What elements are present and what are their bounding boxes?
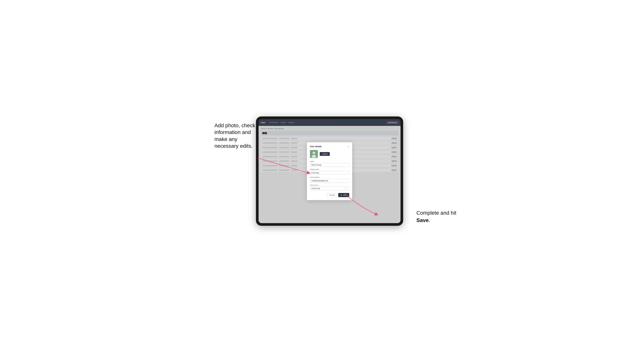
upload-photo-button[interactable]: Upload [320, 152, 330, 156]
school-year-dropdown-icon[interactable]: ⌃ [347, 187, 348, 189]
user-details-modal: User details × Uploa [307, 142, 352, 200]
save-icon [340, 194, 342, 196]
modal-header: User details × [310, 145, 349, 148]
name-input[interactable] [310, 163, 349, 167]
modal-overlay: User details × Uploa [258, 119, 400, 223]
school-year-label: School Year [310, 184, 349, 186]
school-year-input[interactable] [310, 186, 349, 190]
scene: Add photo, check information and make an… [218, 107, 426, 239]
modal-close-button[interactable]: × [348, 145, 349, 148]
photo-section: Upload [310, 150, 349, 158]
display-name-input[interactable] [310, 171, 349, 175]
tablet-screen: clipd Connections Library Settings Add M… [258, 119, 400, 223]
svg-point-3 [312, 152, 315, 154]
save-button[interactable]: Save [338, 193, 349, 197]
school-year-wrapper: × ⌃ [310, 186, 349, 190]
display-name-label: Display name [310, 169, 349, 170]
photo-preview-icon [310, 150, 318, 158]
display-name-field-group: Display name [310, 169, 349, 175]
school-year-controls: × ⌃ [345, 187, 348, 189]
name-field-group: Name [310, 161, 349, 167]
school-year-clear-icon[interactable]: × [345, 187, 346, 189]
annotation-left: Add photo, check information and make an… [214, 122, 256, 150]
email-label: Email address [310, 176, 349, 178]
email-field-group: Email address [310, 176, 349, 183]
tablet-frame: clipd Connections Library Settings Add M… [256, 117, 403, 226]
modal-footer: Cancel Save [310, 193, 349, 197]
user-photo-thumbnail [310, 150, 318, 158]
school-year-field-group: School Year × ⌃ [310, 184, 349, 190]
cancel-button[interactable]: Cancel [327, 193, 337, 197]
save-label: Save [343, 194, 347, 196]
modal-title: User details [310, 145, 322, 148]
name-label: Name [310, 161, 349, 162]
annotation-right: Complete and hit Save. [416, 209, 458, 224]
email-input[interactable] [310, 179, 349, 183]
